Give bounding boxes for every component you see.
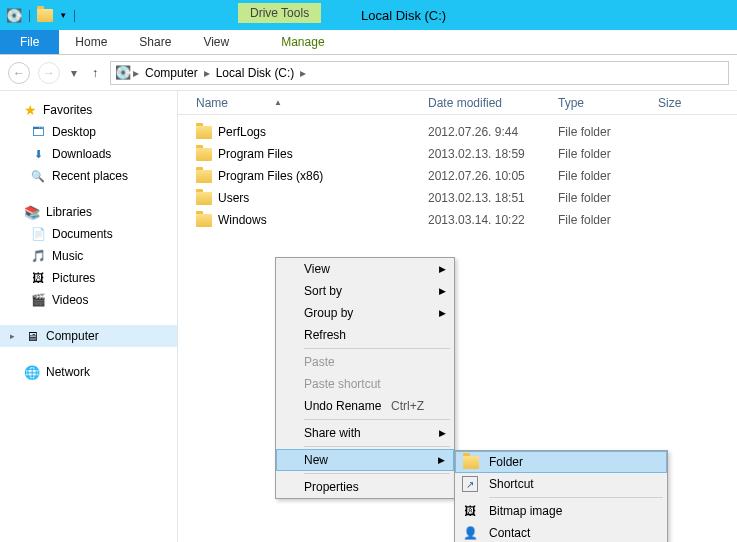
tab-home[interactable]: Home [59,30,123,54]
sort-asc-icon: ▲ [274,98,282,107]
breadcrumb-local-disk[interactable]: Local Disk (C:) [212,66,299,80]
forward-button[interactable]: → [38,62,60,84]
back-button[interactable]: ← [8,62,30,84]
menu-undo-rename[interactable]: Undo RenameCtrl+Z [276,395,454,417]
sidebar-item-label: Videos [52,293,88,307]
sidebar-item-label: Computer [46,329,99,343]
file-type: File folder [558,213,658,227]
picture-icon [30,270,46,286]
file-type: File folder [558,169,658,183]
context-menu: View▶ Sort by▶ Group by▶ Refresh Paste P… [275,257,455,499]
menu-label: Properties [304,480,359,494]
sidebar-item-computer[interactable]: ▸ Computer [0,325,177,347]
menu-label: Paste [304,355,335,369]
sidebar-item-label: Desktop [52,125,96,139]
menu-refresh[interactable]: Refresh [276,324,454,346]
history-dropdown-icon[interactable]: ▾ [68,62,80,84]
star-icon: ★ [24,102,37,118]
sidebar-item-recent[interactable]: Recent places [0,165,177,187]
file-date: 2013.02.13. 18:59 [428,147,558,161]
column-headers: Name▲ Date modified Type Size [178,91,737,115]
qat-dropdown-icon[interactable]: ▼ [59,11,67,20]
table-row[interactable]: Users2013.02.13. 18:51File folder [178,187,737,209]
ribbon-tabs: File Home Share View Manage [0,30,737,55]
column-date[interactable]: Date modified [428,96,558,110]
file-type: File folder [558,147,658,161]
app-icon [6,7,22,23]
table-row[interactable]: Program Files (x86)2012.07.26. 10:05File… [178,165,737,187]
chevron-right-icon: ▶ [439,286,446,296]
download-icon [30,146,46,162]
sidebar-item-label: Network [46,365,90,379]
menu-paste: Paste [276,351,454,373]
sidebar-item-label: Downloads [52,147,111,161]
menu-label: Share with [304,426,361,440]
bitmap-icon [461,503,479,519]
sidebar-item-label: Music [52,249,83,263]
submenu-shortcut[interactable]: Shortcut [455,473,667,495]
menu-new[interactable]: New▶ [276,449,454,471]
qat-separator: | [28,8,31,22]
sidebar-item-network[interactable]: Network [0,361,177,383]
chevron-right-icon: ▶ [438,455,445,465]
new-submenu: Folder Shortcut Bitmap image Contact [454,450,668,542]
file-name: Program Files (x86) [218,169,323,183]
shortcut-icon [461,476,479,492]
sidebar-item-desktop[interactable]: Desktop [0,121,177,143]
menu-share-with[interactable]: Share with▶ [276,422,454,444]
table-row[interactable]: PerfLogs2012.07.26. 9:44File folder [178,121,737,143]
breadcrumb-icon [115,65,131,81]
tab-view[interactable]: View [187,30,245,54]
column-label: Name [196,96,228,110]
folder-icon [462,454,480,470]
sidebar-item-videos[interactable]: Videos [0,289,177,311]
menu-group-by[interactable]: Group by▶ [276,302,454,324]
tab-manage[interactable]: Manage [265,30,340,54]
context-tab-drive-tools[interactable]: Drive Tools [238,3,321,23]
sidebar-item-label: Favorites [43,103,92,117]
menu-view[interactable]: View▶ [276,258,454,280]
file-name: Users [218,191,249,205]
column-type[interactable]: Type [558,96,658,110]
sidebar-item-pictures[interactable]: Pictures [0,267,177,289]
qat-new-folder-icon[interactable] [37,7,53,23]
chevron-right-icon[interactable]: ▸ [300,66,306,80]
sidebar-libraries[interactable]: Libraries [0,201,177,223]
folder-icon [196,192,212,205]
menu-separator [304,446,450,447]
breadcrumb[interactable]: ▸ Computer ▸ Local Disk (C:) ▸ [110,61,729,85]
menu-properties[interactable]: Properties [276,476,454,498]
table-row[interactable]: Windows2013.03.14. 10:22File folder [178,209,737,231]
sidebar-item-downloads[interactable]: Downloads [0,143,177,165]
menu-label: Contact [489,526,530,540]
tab-share[interactable]: Share [123,30,187,54]
submenu-bitmap[interactable]: Bitmap image [455,500,667,522]
table-row[interactable]: Program Files2013.02.13. 18:59File folde… [178,143,737,165]
menu-label: Group by [304,306,353,320]
navigation-pane: ★ Favorites Desktop Downloads Recent pla… [0,91,178,542]
sidebar-favorites[interactable]: ★ Favorites [0,99,177,121]
file-tab[interactable]: File [0,30,59,54]
sidebar-item-music[interactable]: Music [0,245,177,267]
chevron-right-icon: ▸ [10,331,18,341]
submenu-contact[interactable]: Contact [455,522,667,542]
file-date: 2012.07.26. 9:44 [428,125,558,139]
chevron-right-icon[interactable]: ▸ [133,66,139,80]
chevron-right-icon: ▶ [439,428,446,438]
menu-separator [489,497,663,498]
menu-label: Undo Rename [304,399,381,413]
submenu-folder[interactable]: Folder [455,451,667,473]
folder-icon [196,126,212,139]
chevron-right-icon: ▶ [439,264,446,274]
sidebar-item-label: Pictures [52,271,95,285]
sidebar-item-documents[interactable]: Documents [0,223,177,245]
recent-icon [30,168,46,184]
file-date: 2012.07.26. 10:05 [428,169,558,183]
music-icon [30,248,46,264]
column-name[interactable]: Name▲ [178,96,428,110]
column-size[interactable]: Size [658,96,737,110]
up-button[interactable]: ↑ [88,66,102,80]
chevron-right-icon[interactable]: ▸ [204,66,210,80]
breadcrumb-computer[interactable]: Computer [141,66,202,80]
menu-sort-by[interactable]: Sort by▶ [276,280,454,302]
